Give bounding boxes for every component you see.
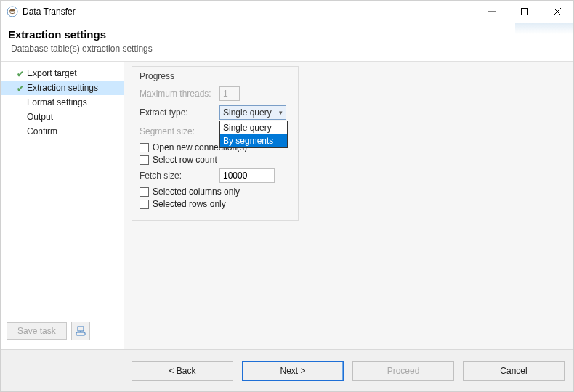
chevron-down-icon: ▾: [279, 109, 283, 116]
nav-item-label: Output: [27, 112, 53, 122]
selected-rows-label: Selected rows only: [153, 199, 226, 209]
app-icon: [7, 6, 18, 17]
back-button[interactable]: < Back: [132, 361, 233, 381]
nav-item-export-target[interactable]: ✔ Export target: [1, 66, 124, 81]
nav-item-label: Export target: [27, 68, 77, 78]
proceed-button[interactable]: Proceed: [352, 361, 454, 381]
select-row-count-label: Select row count: [153, 155, 217, 165]
extract-type-option-single-query[interactable]: Single query: [220, 121, 287, 134]
nav-item-extraction-settings[interactable]: ✔ Extraction settings: [1, 81, 124, 95]
selected-rows-row: Selected rows only: [140, 199, 291, 209]
progress-group: Progress Maximum threads: Extract type: …: [132, 66, 299, 221]
cancel-button[interactable]: Cancel: [463, 361, 565, 381]
content-body: ✔ Export target ✔ Extraction settings Fo…: [1, 62, 573, 349]
selected-columns-checkbox[interactable]: [140, 187, 149, 197]
nav-item-format-settings[interactable]: Format settings: [1, 95, 124, 110]
selected-columns-row: Selected columns only: [140, 187, 291, 197]
save-task-button[interactable]: Save task: [7, 322, 67, 340]
extract-type-row: Extract type: Single query ▾ Single quer…: [140, 105, 291, 121]
wizard-nav-list: ✔ Export target ✔ Extraction settings Fo…: [1, 66, 124, 317]
fetch-size-input[interactable]: [219, 168, 275, 183]
wizard-sidebar: ✔ Export target ✔ Extraction settings Fo…: [1, 62, 124, 349]
close-button[interactable]: [541, 1, 573, 23]
select-row-count-checkbox[interactable]: [140, 155, 149, 165]
extract-type-option-by-segments[interactable]: By segments: [220, 134, 287, 147]
nav-item-label: Confirm: [27, 126, 57, 136]
nav-item-confirm[interactable]: Confirm: [1, 124, 124, 139]
group-title: Progress: [140, 71, 291, 81]
svg-point-0: [7, 7, 17, 17]
select-row-count-row: Select row count: [140, 155, 291, 165]
window-controls: [475, 1, 573, 23]
svg-rect-6: [78, 327, 84, 331]
check-icon: ✔: [17, 83, 24, 94]
fetch-size-row: Fetch size:: [140, 168, 291, 184]
max-threads-row: Maximum threads:: [140, 86, 291, 102]
page-subtitle: Database table(s) extraction settings: [11, 44, 563, 54]
nav-item-label: Extraction settings: [27, 83, 98, 93]
page-title: Extraction settings: [8, 28, 563, 41]
open-new-connections-checkbox[interactable]: [140, 143, 149, 152]
extract-type-selected: Single query: [223, 107, 279, 118]
window-title: Data Transfer: [23, 7, 475, 17]
extract-type-dropdown: Single query By segments: [219, 121, 288, 148]
nav-item-output[interactable]: Output: [1, 110, 124, 124]
wizard-footer: < Back Next > Proceed Cancel: [1, 349, 573, 391]
next-button[interactable]: Next >: [242, 361, 344, 381]
main-panel: Progress Maximum threads: Extract type: …: [124, 62, 573, 349]
selected-columns-label: Selected columns only: [153, 187, 240, 197]
segment-size-label: Segment size:: [140, 126, 215, 136]
check-icon: ✔: [17, 69, 24, 79]
save-task-config-button[interactable]: [71, 322, 90, 340]
extract-type-label: Extract type:: [140, 107, 215, 118]
extract-type-select[interactable]: Single query ▾ Single query By segments: [219, 105, 286, 120]
maximize-button[interactable]: [508, 1, 541, 23]
max-threads-label: Maximum threads:: [140, 89, 215, 99]
save-config-icon: [76, 326, 86, 336]
page-header: Extraction settings Database table(s) ex…: [1, 23, 573, 62]
sidebar-bottom: Save task: [1, 317, 124, 345]
selected-rows-checkbox[interactable]: [140, 200, 149, 209]
title-bar: Data Transfer: [1, 1, 573, 23]
svg-rect-7: [76, 332, 85, 335]
app-window: Data Transfer Extraction settings Databa…: [0, 0, 574, 392]
minimize-button[interactable]: [475, 1, 508, 23]
svg-rect-3: [521, 9, 527, 15]
svg-point-1: [10, 9, 15, 11]
header-accent: [515, 23, 573, 34]
max-threads-input[interactable]: [219, 86, 240, 101]
fetch-size-label: Fetch size:: [140, 171, 215, 181]
nav-item-label: Format settings: [27, 97, 87, 107]
